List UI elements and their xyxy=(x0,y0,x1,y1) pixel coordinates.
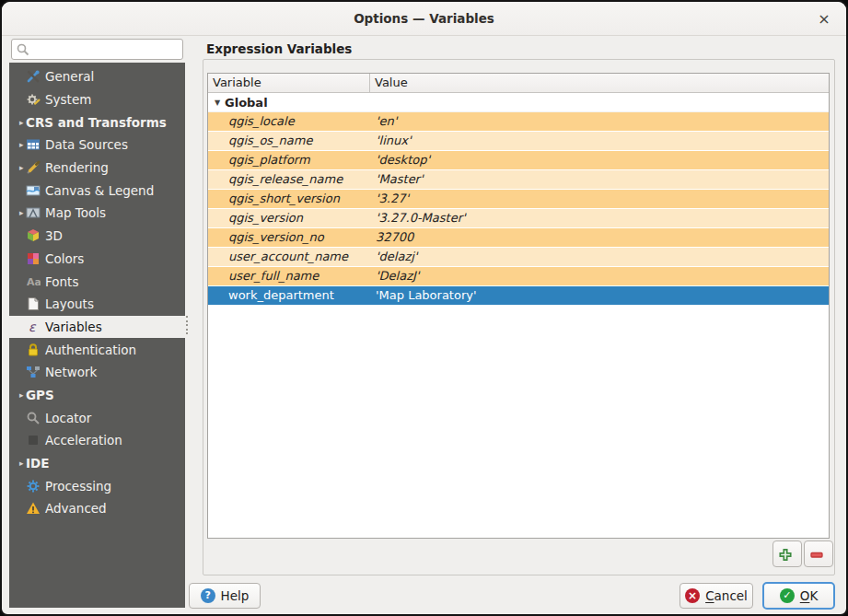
sidebar-item-label: Map Tools xyxy=(45,205,106,220)
sidebar-item-label: 3D xyxy=(45,228,63,243)
table-row[interactable]: qgis_platform'desktop' xyxy=(208,151,829,170)
splitter-handle[interactable] xyxy=(186,316,188,334)
sidebar-item-layouts[interactable]: Layouts xyxy=(9,293,185,316)
expand-arrow-icon[interactable]: ▸ xyxy=(9,140,26,149)
sidebar-item-map-tools[interactable]: ▸Map Tools xyxy=(9,202,185,225)
sidebar-item-label: Canvas & Legend xyxy=(45,183,154,198)
expand-arrow-icon[interactable]: ▸ xyxy=(9,118,26,127)
sidebar-item-label: Acceleration xyxy=(45,433,122,447)
sidebar-item-label: GPS xyxy=(26,388,54,402)
variable-cell: qgis_version xyxy=(208,209,371,227)
table-row[interactable]: work_department'Map Laboratory' xyxy=(208,286,829,306)
sidebar-item-colors[interactable]: Colors xyxy=(9,248,185,271)
group-row-global[interactable]: ▼ Global xyxy=(208,93,829,112)
variables-table: Variable Value ▼ Global qgis_locale'en'q… xyxy=(207,73,830,539)
svg-text:Aa: Aa xyxy=(27,276,41,288)
sidebar-item-locator[interactable]: Locator xyxy=(9,406,185,429)
sidebar-item-processing[interactable]: Processing xyxy=(9,474,185,497)
sidebar-item-ide[interactable]: ▸IDE xyxy=(9,452,185,475)
data-sources-icon xyxy=(26,137,41,152)
help-button[interactable]: ? Help xyxy=(189,583,261,609)
group-label: Global xyxy=(219,96,268,110)
sidebar-item-acceleration[interactable]: Acceleration xyxy=(9,429,185,452)
sidebar-item-label: Authentication xyxy=(45,343,136,357)
table-row[interactable]: qgis_os_name'linux' xyxy=(208,132,829,151)
variables-icon: ε xyxy=(26,320,41,334)
sidebar-item-label: Rendering xyxy=(45,160,109,175)
column-header-value[interactable]: Value xyxy=(370,74,829,92)
sidebar-item-data-sources[interactable]: ▸Data Sources xyxy=(9,134,185,157)
sidebar-item-rendering[interactable]: ▸Rendering xyxy=(9,157,185,180)
sidebar-item-label: Data Sources xyxy=(45,137,128,152)
table-row[interactable]: user_full_name'DelazJ' xyxy=(208,267,829,286)
value-cell: 32700 xyxy=(371,228,829,247)
sidebar-item-gps[interactable]: ▸GPS xyxy=(9,384,185,407)
sidebar-item-network[interactable]: Network xyxy=(9,361,185,384)
sidebar-item-label: IDE xyxy=(26,456,49,471)
table-row[interactable]: qgis_release_name'Master' xyxy=(208,170,829,190)
sidebar-item-label: CRS and Transforms xyxy=(26,115,167,130)
sidebar-item-label: Processing xyxy=(45,479,111,494)
sidebar-item-label: Layouts xyxy=(45,296,94,311)
ok-button-label: OK xyxy=(800,588,819,603)
table-row[interactable]: qgis_locale'en' xyxy=(208,112,829,132)
expand-arrow-icon[interactable]: ▸ xyxy=(9,208,26,217)
column-header-variable[interactable]: Variable xyxy=(208,74,370,92)
general-icon xyxy=(26,69,41,84)
close-icon[interactable]: × xyxy=(814,9,834,29)
cube-3d-icon xyxy=(26,228,41,243)
titlebar[interactable]: Options — Variables × xyxy=(2,2,846,36)
value-cell: 'Master' xyxy=(371,170,829,189)
cancel-button-label: Cancel xyxy=(705,588,748,603)
value-cell: 'delazj' xyxy=(371,248,829,266)
sidebar-item-label: Fonts xyxy=(45,274,78,289)
variable-cell: user_account_name xyxy=(208,248,371,266)
authentication-icon xyxy=(26,343,41,357)
cancel-button[interactable]: × Cancel xyxy=(680,583,753,609)
variable-cell: qgis_locale xyxy=(208,112,371,131)
table-row[interactable]: qgis_version_no32700 xyxy=(208,228,829,248)
settings-search xyxy=(11,39,183,60)
sidebar-item-general[interactable]: General xyxy=(9,65,185,88)
sidebar-item-fonts[interactable]: AaFonts xyxy=(9,270,185,293)
table-row[interactable]: qgis_short_version'3.27' xyxy=(208,190,829,209)
acceleration-icon xyxy=(26,433,41,447)
options-dialog: Options — Variables × GeneralSystem▸CRS … xyxy=(0,0,848,616)
expand-arrow-icon[interactable]: ▸ xyxy=(9,390,26,400)
system-icon xyxy=(26,92,41,107)
page-title: Expression Variables xyxy=(206,41,352,56)
sidebar-item-advanced[interactable]: Advanced xyxy=(9,497,185,520)
network-icon xyxy=(26,365,41,379)
table-row[interactable]: user_account_name'delazj' xyxy=(208,248,829,267)
sidebar-item-label: Advanced xyxy=(45,501,107,516)
ok-button[interactable]: ✓ OK xyxy=(762,582,835,610)
collapse-arrow-icon[interactable]: ▼ xyxy=(208,99,219,107)
add-variable-button[interactable] xyxy=(772,540,802,567)
sidebar-item-authentication[interactable]: Authentication xyxy=(9,338,185,361)
table-header: Variable Value xyxy=(208,74,829,93)
search-input[interactable] xyxy=(11,39,183,60)
expand-arrow-icon[interactable]: ▸ xyxy=(9,459,26,468)
rendering-icon xyxy=(26,160,41,175)
sidebar-item-variables[interactable]: εVariables xyxy=(9,316,185,339)
sidebar-item-canvas-legend[interactable]: Canvas & Legend xyxy=(9,179,185,202)
value-cell: '3.27.0-Master' xyxy=(371,209,829,227)
remove-variable-button[interactable] xyxy=(804,540,833,567)
ok-icon: ✓ xyxy=(780,588,795,603)
expand-arrow-icon[interactable]: ▸ xyxy=(9,163,26,172)
help-icon: ? xyxy=(201,588,215,603)
colors-icon xyxy=(26,251,41,266)
variable-cell: work_department xyxy=(208,286,371,305)
table-row[interactable]: qgis_version'3.27.0-Master' xyxy=(208,209,829,228)
layouts-icon xyxy=(26,296,41,311)
sidebar-item-label: Network xyxy=(45,365,97,379)
sidebar-item-label: System xyxy=(45,92,91,107)
variable-cell: user_full_name xyxy=(208,267,371,285)
sidebar-item-crs-and-transforms[interactable]: ▸CRS and Transforms xyxy=(9,110,185,134)
locator-icon xyxy=(26,411,41,425)
sidebar-item-system[interactable]: System xyxy=(9,88,185,111)
sidebar-item-3d[interactable]: 3D xyxy=(9,225,185,248)
value-cell: 'linux' xyxy=(371,132,829,150)
minus-icon xyxy=(809,547,824,562)
variable-cell: qgis_os_name xyxy=(208,132,371,150)
